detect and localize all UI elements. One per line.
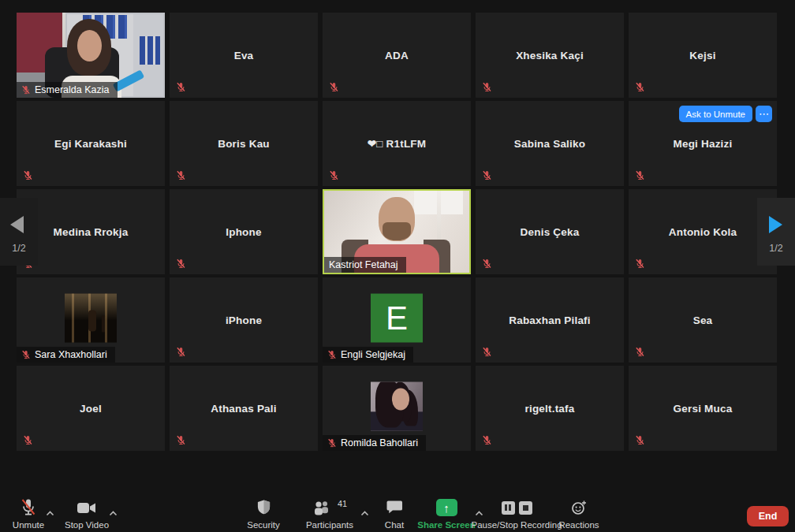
participant-name-label: Kastriot Fetahaj (324, 257, 406, 273)
end-meeting-button[interactable]: End (747, 506, 789, 526)
share-screen-label: Share Screen (417, 520, 476, 530)
participants-button[interactable]: 41 Participants (302, 497, 357, 530)
participant-tile[interactable]: Sea (629, 277, 777, 363)
participant-name: Xhesika Kaçi (476, 13, 624, 98)
muted-mic-icon (635, 82, 645, 92)
chevron-up-icon[interactable] (109, 511, 118, 516)
muted-mic-icon (21, 85, 31, 95)
participant-tile[interactable]: Xhesika Kaçi (476, 13, 624, 98)
participant-avatar (371, 382, 423, 431)
participant-tile[interactable]: Esmeralda Kazia (17, 13, 165, 98)
security-button[interactable]: Security (240, 497, 287, 530)
muted-mic-icon (176, 259, 186, 269)
muted-mic-icon (21, 350, 31, 359)
participant-name: ❤□ R1tLFM (323, 101, 471, 186)
chat-button[interactable]: Chat (376, 497, 412, 530)
security-label: Security (247, 520, 280, 530)
video-art (77, 30, 102, 61)
participant-tile[interactable]: Antonio Kola (629, 189, 777, 274)
muted-mic-icon (176, 435, 186, 445)
participant-tile[interactable]: Gersi Muca (629, 366, 777, 451)
previous-page-nav[interactable]: 1/2 (0, 198, 38, 266)
share-screen-button[interactable]: ↑ Share Screen (413, 497, 480, 530)
participants-icon (312, 500, 334, 515)
participant-tile[interactable]: ❤□ R1tLFM (323, 101, 471, 186)
stop-recording-icon[interactable] (519, 501, 532, 515)
muted-mic-icon (23, 170, 33, 180)
participant-name-label: Engli Selgjekaj (323, 347, 413, 363)
participant-tile[interactable]: Kastriot Fetahaj (323, 189, 471, 274)
participant-tile[interactable]: E Engli Selgjekaj (323, 277, 471, 363)
participant-name: Egi Karakashi (17, 101, 165, 186)
participant-tile[interactable]: Egi Karakashi (17, 101, 165, 186)
chevron-up-icon[interactable] (360, 511, 369, 516)
host-mute-controls: Ask to Unmute ⋯ (679, 106, 772, 122)
participant-name: Rabaxhan Pilafi (476, 277, 624, 363)
chat-label: Chat (385, 520, 404, 530)
participants-grid: Esmeralda Kazia Eva ADA Xhesika Kaçi (17, 13, 777, 451)
participant-tile[interactable]: iPhone (170, 277, 318, 363)
participant-name: Gersi Muca (629, 366, 777, 451)
participant-name: Engli Selgjekaj (341, 349, 405, 360)
participant-avatar: E (371, 294, 423, 343)
more-options-button[interactable]: ⋯ (756, 106, 772, 122)
participant-tile[interactable]: Boris Kau (170, 101, 318, 186)
participant-name: Boris Kau (170, 101, 318, 186)
next-page-arrow-icon[interactable] (769, 216, 782, 233)
participant-name: Medina Rrokja (17, 189, 165, 274)
unmute-button[interactable]: Unmute (5, 497, 52, 530)
stop-video-label: Stop Video (65, 520, 109, 530)
participant-name-label: Romilda Bahollari (323, 435, 426, 451)
participant-name: Antonio Kola (629, 189, 777, 274)
participant-tile[interactable]: Eva (170, 13, 318, 98)
muted-mic-icon (482, 347, 492, 357)
ask-to-unmute-button[interactable]: Ask to Unmute (679, 106, 752, 122)
participant-name: Sabina Saliko (476, 101, 624, 186)
stop-video-button[interactable]: Stop Video (60, 497, 114, 530)
participant-tile[interactable]: Medina Rrokja (17, 189, 165, 274)
participant-name: Kastriot Fetahaj (329, 259, 398, 270)
muted-mic-icon (635, 347, 645, 357)
participant-tile[interactable]: ADA (323, 13, 471, 98)
avatar-letter: E (386, 299, 408, 337)
participant-tile[interactable]: Athanas Pali (170, 366, 318, 451)
participant-name: Sara Xhaxhollari (35, 349, 107, 360)
participant-tile[interactable]: Kejsi (629, 13, 777, 98)
muted-mic-icon (327, 438, 337, 448)
participant-tile[interactable]: Megi Hazizi Ask to Unmute ⋯ (629, 101, 777, 186)
participant-name: iPhone (170, 277, 318, 363)
participant-avatar (65, 294, 117, 343)
next-page-nav[interactable]: 1/2 (757, 198, 795, 266)
muted-mic-icon (635, 435, 645, 445)
participant-name: ADA (323, 13, 471, 98)
muted-mic-icon (20, 498, 37, 517)
participant-tile[interactable]: Romilda Bahollari (323, 366, 471, 451)
muted-mic-icon (482, 170, 492, 180)
page-indicator: 1/2 (757, 243, 795, 254)
chevron-up-icon[interactable] (46, 511, 54, 516)
muted-mic-icon (482, 82, 492, 92)
participant-tile[interactable]: rigelt.tafa (476, 366, 624, 451)
participant-tile[interactable]: Denis Çeka (476, 189, 624, 274)
muted-mic-icon (482, 259, 492, 269)
muted-mic-icon (635, 259, 645, 269)
pause-recording-icon[interactable] (502, 501, 515, 515)
shield-icon (256, 499, 271, 516)
reactions-button[interactable]: Reactions (557, 497, 601, 530)
chat-bubble-icon (386, 500, 403, 515)
muted-mic-icon (176, 347, 186, 357)
participant-tile[interactable]: Sabina Saliko (476, 101, 624, 186)
muted-mic-icon (482, 435, 492, 445)
muted-mic-icon (327, 350, 337, 359)
muted-mic-icon (176, 82, 186, 92)
participant-name: Iphone (170, 189, 318, 274)
pause-stop-recording-button[interactable]: Pause/Stop Recording (473, 497, 560, 530)
participant-tile[interactable]: Joel (17, 366, 165, 451)
unmute-label: Unmute (13, 520, 44, 530)
participant-name: Athanas Pali (170, 366, 318, 451)
participant-name: Kejsi (629, 13, 777, 98)
participant-tile[interactable]: Iphone (170, 189, 318, 274)
participant-tile[interactable]: Rabaxhan Pilafi (476, 277, 624, 363)
participant-tile[interactable]: Sara Xhaxhollari (17, 277, 165, 363)
previous-page-arrow-icon[interactable] (10, 216, 24, 233)
